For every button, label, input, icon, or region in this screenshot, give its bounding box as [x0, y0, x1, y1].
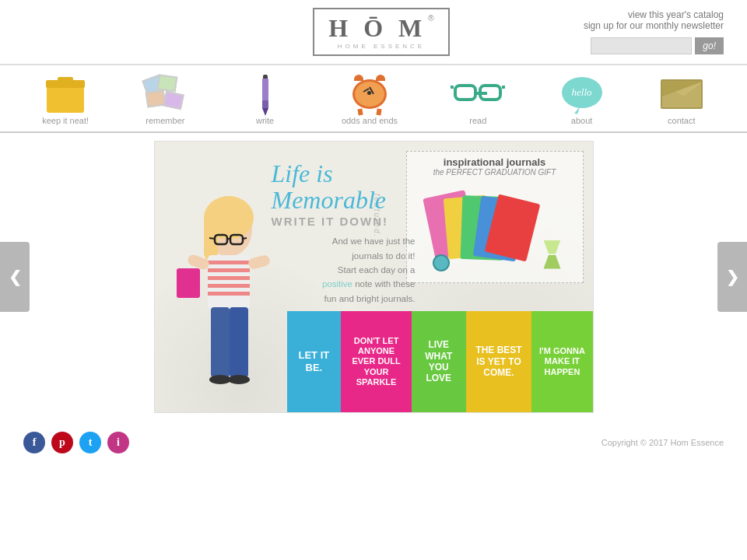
svg-rect-6 [208, 276, 250, 280]
svg-rect-11 [177, 268, 200, 298]
left-arrow-icon: ❮ [9, 268, 22, 286]
featured-subtitle: the PERFECT GRADUATION GIFT [412, 168, 578, 177]
slide-body-positive: positive [322, 279, 352, 289]
pen-icon [242, 73, 289, 116]
logo-subtitle-row: HOME ESSENCE [338, 43, 425, 50]
instagram-link[interactable]: i [107, 432, 129, 453]
nav-item-remember[interactable]: remember [142, 73, 188, 125]
navigation: keep it neat! remember write [0, 65, 747, 133]
header-right: view this year's catalog sign up for our… [496, 9, 724, 54]
logo-letters: H Ō M ® [328, 14, 433, 43]
twitter-icon: t [79, 432, 101, 453]
header: H Ō M ® HOME ESSENCE view this year's ca… [0, 0, 747, 65]
svg-rect-12 [211, 307, 230, 377]
nav-item-about[interactable]: hello about [559, 73, 605, 125]
slide-container: inspirational journals the PERFECT GRADU… [154, 141, 594, 413]
nav-item-keep-it-neat[interactable]: keep it neat! [42, 73, 89, 125]
newsletter-link[interactable]: sign up for our monthly newsletter [584, 20, 724, 31]
journal-3-text: LIVE WHAT YOU LOVE [418, 339, 460, 384]
envelope-icon [658, 73, 705, 116]
svg-point-15 [228, 375, 250, 384]
logo-subtitle: HOME ESSENCE [338, 43, 425, 50]
logo-area: H Ō M ® HOME ESSENCE [267, 8, 495, 56]
journal-4[interactable]: THE BEST IS YET TO COME. [466, 311, 532, 412]
nav-label-keep-it-neat: keep it neat! [42, 116, 89, 125]
pinterest-icon: p [51, 432, 73, 453]
copyright: Copyright © 2017 Hom Essence [601, 438, 724, 447]
bubble-icon: hello [559, 73, 605, 116]
nav-label-write: write [256, 116, 274, 125]
clock-icon [346, 73, 393, 116]
svg-rect-13 [230, 307, 248, 377]
svg-rect-10 [247, 254, 271, 271]
slide-body-line1: And we have just the [332, 236, 416, 246]
slide-body-line4: note with these [352, 279, 416, 289]
facebook-link[interactable]: f [23, 432, 45, 453]
go-button[interactable]: go! [695, 37, 724, 54]
twitter-letter: t [89, 436, 93, 449]
journal-3[interactable]: LIVE WHAT YOU LOVE [412, 311, 466, 412]
nav-label-odds-and-ends: odds and ends [342, 116, 398, 125]
journal-2[interactable]: DON'T LET ANYONE EVER DULL YOUR SPARKLE [341, 311, 412, 412]
facebook-letter: f [33, 436, 37, 449]
journal-2-text: DON'T LET ANYONE EVER DULL YOUR SPARKLE [347, 336, 405, 387]
logo-box: H Ō M ® HOME ESSENCE [313, 8, 449, 56]
nav-label-read: read [469, 116, 486, 125]
facebook-icon: f [23, 432, 45, 453]
footer: f p t i Copyright © 2017 Hom Essence [0, 421, 747, 464]
photos-icon [142, 73, 188, 116]
journal-5-text: I'M GONNA MAKE IT HAPPEN [538, 346, 586, 377]
nav-label-remember: remember [146, 116, 184, 125]
journal-1-text: LET IT BE. [293, 349, 335, 373]
journal-1[interactable]: LET IT BE. [287, 311, 342, 412]
journal-5[interactable]: I'M GONNA MAKE IT HAPPEN [531, 311, 592, 412]
slide-body-line2: journals to do it! [352, 251, 415, 261]
journals-bottom-row: LET IT BE. DON'T LET ANYONE EVER DULL YO… [287, 311, 593, 412]
glasses-icon [451, 73, 505, 116]
pinterest-letter: p [59, 436, 65, 449]
pinterest-link[interactable]: p [51, 432, 73, 453]
svg-rect-4 [208, 261, 250, 264]
slider-next-button[interactable]: ❯ [717, 242, 747, 312]
journal-stack [412, 180, 578, 273]
newsletter-input[interactable] [591, 37, 692, 54]
twitter-link[interactable]: t [79, 432, 101, 453]
featured-box: inspirational journals the PERFECT GRADU… [406, 151, 584, 283]
svg-rect-5 [208, 268, 250, 272]
logo-text: H Ō M [328, 14, 426, 43]
nav-label-contact: contact [668, 116, 695, 125]
logo-trademark: ® [428, 14, 433, 23]
instagram-letter: i [117, 436, 120, 449]
svg-rect-7 [208, 284, 250, 288]
social-icons: f p t i [23, 432, 129, 453]
slide-body-line5: fun and bright journals. [324, 294, 416, 303]
box-icon [42, 73, 89, 116]
svg-point-14 [209, 375, 231, 384]
journal-4-text: THE BEST IS YET TO COME. [472, 345, 526, 378]
nav-item-read[interactable]: read [451, 73, 505, 125]
svg-line-20 [243, 238, 247, 239]
catalog-link[interactable]: view this year's catalog [628, 9, 724, 20]
nav-item-odds-and-ends[interactable]: odds and ends [342, 73, 398, 125]
instagram-icon: i [107, 432, 129, 453]
nav-label-about: about [571, 116, 593, 125]
slide-body-line3: Start each day on a [338, 265, 416, 275]
slider-prev-button[interactable]: ❮ [0, 242, 30, 312]
newsletter-form: go! [591, 37, 724, 54]
right-arrow-icon: ❯ [726, 268, 739, 286]
nav-item-contact[interactable]: contact [658, 73, 705, 125]
featured-title: inspirational journals [412, 156, 578, 168]
slider-section: ❮ inspirational journals the PERFECT GRA… [0, 141, 747, 413]
svg-rect-8 [208, 292, 250, 296]
nav-item-write[interactable]: write [242, 73, 289, 125]
svg-line-19 [209, 238, 215, 239]
